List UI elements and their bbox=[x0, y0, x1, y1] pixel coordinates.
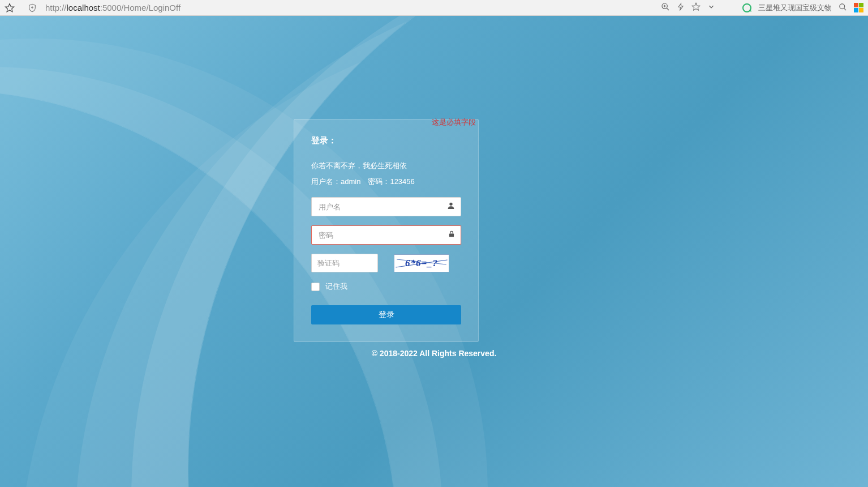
remember-label[interactable]: 记住我 bbox=[325, 281, 347, 292]
password-field-wrap bbox=[311, 225, 461, 245]
captcha-text: 6*6=_? bbox=[405, 258, 438, 269]
svg-marker-7 bbox=[678, 3, 683, 10]
chevron-down-icon[interactable] bbox=[707, 3, 715, 12]
microsoft-logo-icon[interactable] bbox=[854, 3, 863, 12]
login-button[interactable]: 登录 bbox=[311, 305, 461, 324]
copyright-text: © 2018-2022 All Rights Reserved. bbox=[372, 349, 497, 358]
news-headline[interactable]: 三星堆又现国宝级文物 bbox=[758, 3, 832, 13]
browser-toolbar-right: 三星堆又现国宝级文物 bbox=[661, 2, 863, 13]
captcha-input[interactable] bbox=[311, 254, 378, 272]
browser-address-bar: http://localhost:5000/Home/LoginOff 三星堆 bbox=[0, 0, 868, 16]
zoom-icon[interactable] bbox=[661, 2, 670, 13]
remember-checkbox[interactable] bbox=[311, 283, 320, 291]
360-search-icon[interactable] bbox=[742, 3, 751, 12]
login-title: 登录： bbox=[311, 135, 461, 146]
lock-icon bbox=[448, 229, 456, 241]
bookmark-star-icon[interactable] bbox=[691, 2, 701, 13]
login-card: 这是必填字段 登录： 你若不离不弃，我必生死相依 用户名：admin 密码：12… bbox=[294, 119, 479, 342]
url-prefix: http:// bbox=[45, 3, 67, 12]
svg-marker-8 bbox=[692, 3, 699, 10]
svg-line-10 bbox=[844, 8, 846, 10]
url-host: localhost bbox=[67, 3, 100, 12]
flash-icon[interactable] bbox=[677, 2, 685, 13]
page-background: 这是必填字段 登录： 你若不离不弃，我必生死相依 用户名：admin 密码：12… bbox=[0, 16, 868, 487]
svg-point-9 bbox=[840, 3, 845, 8]
login-credentials-hint: 用户名：admin 密码：123456 bbox=[311, 177, 461, 187]
user-icon bbox=[446, 201, 456, 212]
svg-point-11 bbox=[449, 203, 452, 206]
captcha-image[interactable]: 6*6=_? bbox=[394, 254, 449, 272]
remember-me-row: 记住我 bbox=[311, 281, 461, 292]
favorite-star-icon[interactable] bbox=[5, 3, 15, 13]
username-field-wrap bbox=[311, 197, 461, 216]
svg-line-4 bbox=[667, 8, 669, 10]
required-field-message: 这是必填字段 bbox=[432, 116, 476, 129]
password-input[interactable] bbox=[311, 225, 461, 245]
svg-marker-0 bbox=[6, 3, 14, 11]
url-suffix: :5000/Home/LoginOff bbox=[100, 3, 181, 12]
svg-rect-12 bbox=[449, 233, 454, 237]
captcha-row: 6*6=_? bbox=[311, 254, 461, 272]
login-subtitle: 你若不离不弃，我必生死相依 bbox=[311, 161, 461, 171]
site-info-shield-icon[interactable] bbox=[27, 3, 37, 13]
url-text[interactable]: http://localhost:5000/Home/LoginOff bbox=[43, 3, 655, 12]
username-input[interactable] bbox=[311, 197, 461, 216]
search-icon[interactable] bbox=[839, 3, 847, 13]
